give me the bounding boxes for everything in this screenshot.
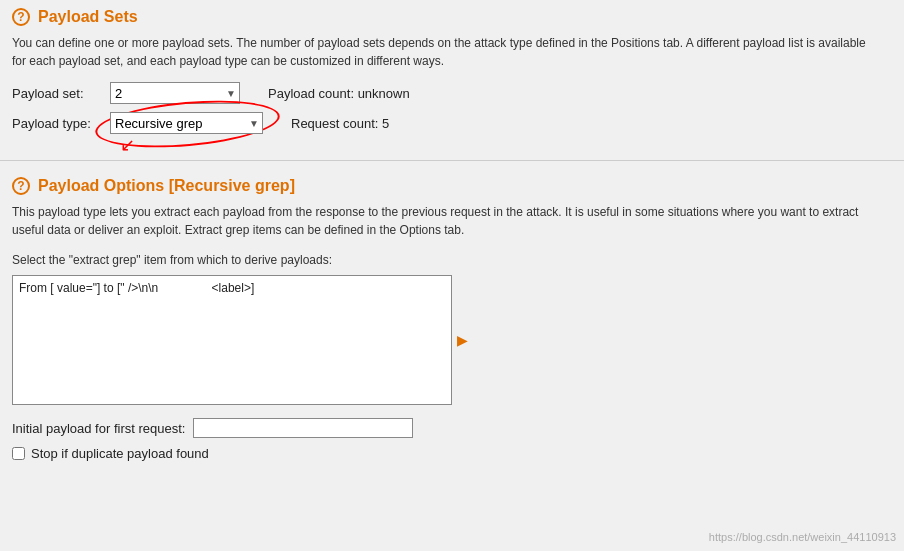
- payload-options-help-icon[interactable]: ?: [12, 177, 30, 195]
- payload-options-title: Payload Options [Recursive grep]: [38, 177, 295, 195]
- stop-duplicate-label: Stop if duplicate payload found: [31, 446, 209, 461]
- payload-options-description: This payload type lets you extract each …: [12, 203, 872, 239]
- payload-options-section: ? Payload Options [Recursive grep] This …: [0, 169, 904, 477]
- payload-type-select-wrapper: Simple list Runtime file Custom iterator…: [110, 112, 263, 134]
- request-count-text: Request count: 5: [291, 116, 389, 131]
- watermark: https://blog.csdn.net/weixin_44110913: [709, 531, 896, 543]
- payload-type-row: Payload type: Simple list Runtime file C…: [12, 112, 892, 134]
- payload-sets-description: You can define one or more payload sets.…: [12, 34, 872, 70]
- initial-payload-input[interactable]: [193, 418, 413, 438]
- initial-payload-row: Initial payload for first request:: [12, 418, 892, 438]
- payload-set-row: Payload set: 1 2 3 ▼ Payload count: unkn…: [12, 82, 892, 104]
- initial-payload-label: Initial payload for first request:: [12, 421, 185, 436]
- section-divider: [0, 160, 904, 161]
- payload-sets-header: ? Payload Sets: [12, 8, 892, 26]
- listbox-area: From [ value="] to [" />\n\n <label>] ▶: [12, 275, 452, 408]
- payload-type-label: Payload type:: [12, 116, 102, 131]
- list-item[interactable]: From [ value="] to [" />\n\n <label>]: [17, 280, 447, 296]
- payload-sets-help-icon[interactable]: ?: [12, 8, 30, 26]
- payload-sets-title: Payload Sets: [38, 8, 138, 26]
- payload-set-select-wrapper: 1 2 3 ▼: [110, 82, 240, 104]
- payload-type-select[interactable]: Simple list Runtime file Custom iterator…: [110, 112, 263, 134]
- payload-set-select[interactable]: 1 2 3: [110, 82, 240, 104]
- payload-options-header: ? Payload Options [Recursive grep]: [12, 177, 892, 195]
- payload-set-label: Payload set:: [12, 86, 102, 101]
- stop-duplicate-row: Stop if duplicate payload found: [12, 446, 892, 461]
- payload-type-annotated-container: Simple list Runtime file Custom iterator…: [110, 112, 263, 134]
- listbox-container: From [ value="] to [" />\n\n <label>] ▶: [12, 275, 452, 405]
- select-grep-label: Select the "extract grep" item from whic…: [12, 251, 872, 269]
- payload-count-text: Payload count: unknown: [268, 86, 410, 101]
- page: ? Payload Sets You can define one or mor…: [0, 0, 904, 551]
- payload-sets-section: ? Payload Sets You can define one or mor…: [0, 0, 904, 152]
- listbox-right-arrow-icon: ▶: [457, 332, 468, 348]
- grep-item-listbox[interactable]: From [ value="] to [" />\n\n <label>]: [12, 275, 452, 405]
- stop-duplicate-checkbox[interactable]: [12, 447, 25, 460]
- red-arrow-annotation: ↙: [120, 134, 135, 156]
